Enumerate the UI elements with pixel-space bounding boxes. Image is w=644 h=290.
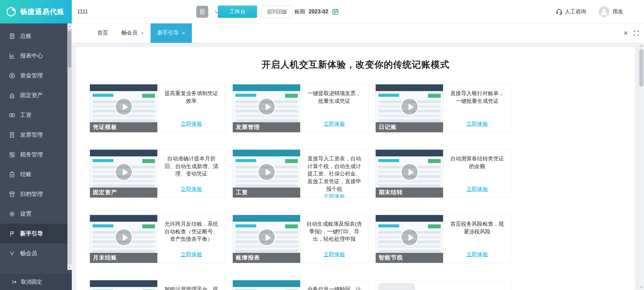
period-value[interactable]: 2023-02 (309, 9, 328, 15)
card-body: 首页税务风险检查，规避涉税风险 立即体验 (443, 215, 511, 263)
screenshot-preview (233, 280, 300, 290)
switch-old-version-button[interactable]: 切到旧版 (262, 5, 292, 18)
card-body: 自动准确计提本月折旧、自动生成新增、清理、变动凭证 立即体验 (158, 150, 225, 198)
try-now-link[interactable]: 立即体验 (305, 251, 363, 258)
play-button[interactable] (115, 163, 133, 181)
try-now-link[interactable]: 立即体验 (305, 193, 363, 198)
video-thumbnail[interactable]: 发票管理 (233, 84, 301, 132)
card-body: 一键提取进销项发票，批量生成凭证 立即体验 (301, 84, 368, 132)
video-thumbnail[interactable]: 账簿报表 (233, 215, 301, 263)
feature-card-operations-platform: 智能运营管理平台，提升 (90, 280, 225, 290)
sidebar-scrollbar-thumb[interactable] (68, 31, 71, 68)
play-button[interactable] (258, 228, 276, 246)
money-icon (9, 72, 15, 79)
try-now-link[interactable]: 立即体验 (448, 186, 506, 193)
unpin-label: 取消固定 (21, 279, 42, 286)
sidebar-item-label: 固定资产 (20, 91, 43, 99)
tab-close-icon[interactable]: × (182, 30, 185, 35)
video-thumbnail[interactable]: 日记账 (376, 84, 443, 132)
video-thumbnail[interactable] (233, 280, 301, 290)
screenshot-preview (90, 280, 157, 290)
tab-close-icon[interactable]: × (141, 30, 144, 35)
card-body: 允许跨月反结账，系统自动检查（凭证断号、资产负债表平衡） 立即体验 (158, 215, 225, 263)
scroll-down-icon[interactable]: ▼ (67, 265, 72, 270)
card-body: 提高重复业务填制凭证效率 立即体验 (158, 84, 225, 132)
tab-member[interactable]: 畅会员 × (115, 23, 151, 43)
sidebar-item-fund-management[interactable]: 资金管理 (0, 66, 72, 85)
sidebar-item-payroll[interactable]: 工资 (0, 105, 72, 125)
feature-description (423, 284, 506, 290)
main-scrollbar-thumb[interactable] (639, 49, 643, 87)
video-thumbnail[interactable]: 固定资产 (90, 150, 158, 198)
feature-card-voucher-template: 凭证模板 提高重复业务填制凭证效率 立即体验 (90, 84, 225, 133)
video-thumbnail[interactable]: 智能节税 (376, 215, 443, 263)
play-button[interactable] (400, 163, 419, 181)
sidebar-item-fixed-assets[interactable]: 固定资产 (0, 85, 72, 105)
tab-home[interactable]: 首页 (91, 23, 115, 43)
try-now-link[interactable]: 立即体验 (448, 121, 506, 128)
play-button[interactable] (115, 97, 133, 116)
try-now-link[interactable]: 立即体验 (448, 251, 506, 258)
sidebar-item-member[interactable]: 畅会员 (0, 243, 72, 263)
scroll-up-icon[interactable]: ▲ (67, 23, 72, 29)
feature-description: 自动测算各结转类凭证的金额 (448, 153, 506, 186)
sidebar-item-archive-management[interactable]: 归档管理 (0, 184, 72, 204)
sidebar-item-general-ledger[interactable]: 总账 (0, 26, 72, 46)
video-thumbnail[interactable]: 工资 (233, 150, 301, 198)
page-title: 开启人机交互新体验，改变你的传统记账模式 (76, 59, 635, 71)
member-v-icon (9, 250, 15, 257)
sidebar-item-beginner-guide[interactable]: 新手引导 (0, 224, 72, 243)
sidebar-item-label: 结账 (20, 170, 32, 178)
video-thumbnail[interactable]: 月末结账 (90, 215, 158, 263)
feature-description: 首页税务风险检查，规避涉税风险 (448, 218, 506, 251)
close-icon[interactable]: × (624, 29, 628, 37)
video-thumbnail[interactable]: 凭证模板 (90, 84, 158, 132)
play-button[interactable] (115, 228, 133, 246)
gear-icon (9, 211, 15, 217)
accounting-period: 账期 2023-02 (294, 0, 339, 23)
workbench-button[interactable]: 工作台 (218, 5, 257, 18)
human-support-button[interactable]: 人工咨询 (555, 0, 586, 23)
username: 用友 (612, 8, 623, 15)
sidebar-item-label: 资金管理 (20, 72, 43, 79)
play-button[interactable] (258, 163, 276, 181)
sidebar-item-settings[interactable]: 设置 (0, 204, 72, 224)
tab-beginner-guide[interactable]: 新手引导 × (151, 23, 192, 43)
try-now-link[interactable]: 立即体验 (162, 251, 220, 258)
sidebar-item-invoice-management[interactable]: 发票管理 (0, 125, 72, 145)
feature-card-fixed-assets: 固定资产 自动准确计提本月折旧、自动生成新增、清理、变动凭证 立即体验 (90, 149, 225, 198)
sidebar-item-tax-management[interactable]: 税务管理 (0, 145, 72, 164)
document-badge[interactable] (196, 6, 208, 18)
try-now-link[interactable]: 立即体验 (305, 121, 363, 128)
scroll-down-icon[interactable]: ▼ (639, 284, 644, 290)
play-button[interactable] (258, 97, 276, 116)
tab-bar-actions: × (624, 23, 642, 43)
tab-label: 首页 (97, 29, 108, 37)
archive-box-icon (9, 191, 15, 198)
play-button[interactable] (400, 97, 419, 116)
feature-name: 智能节税 (376, 253, 443, 263)
fullscreen-icon[interactable] (633, 30, 639, 36)
sidebar-scrollbar[interactable]: ▲ ▼ (67, 23, 72, 270)
try-now-link[interactable]: 立即体验 (162, 121, 220, 128)
sidebar-item-closing[interactable]: 结账 (0, 164, 72, 184)
sidebar-item-report-center[interactable]: 报表中心 (0, 46, 72, 66)
play-button[interactable] (400, 228, 419, 246)
scroll-up-icon[interactable]: ▲ (639, 43, 644, 49)
feature-card-period-end-transfer: 期末结转 自动测算各结转类凭证的金额 立即体验 (375, 149, 511, 198)
feature-card-ledger-reports: 账簿报表 自动生成账簿及报表(含季报)，一键打印、导出，轻松处理申报 立即体验 (232, 215, 368, 263)
support-label: 人工咨询 (565, 8, 586, 15)
try-now-link[interactable]: 立即体验 (162, 186, 220, 193)
sidebar-item-label: 工资 (20, 111, 32, 119)
video-thumbnail[interactable] (90, 280, 158, 290)
guide-panel: 开启人机交互新体验，改变你的传统记账模式 凭证模板 提高重复业务填制凭证效率 立… (76, 47, 635, 290)
tax-percent-icon (9, 151, 15, 158)
calendar-icon[interactable] (332, 8, 339, 15)
video-thumbnail[interactable]: 期末结转 (376, 150, 443, 198)
unpin-sidebar-button[interactable]: 取消固定 (0, 274, 72, 290)
main-scrollbar[interactable]: ▲ ▼ (638, 43, 644, 290)
user-menu[interactable]: 用友 (598, 0, 623, 23)
building-icon (9, 92, 15, 99)
card-body (418, 280, 511, 290)
bar-chart-icon (9, 53, 15, 59)
